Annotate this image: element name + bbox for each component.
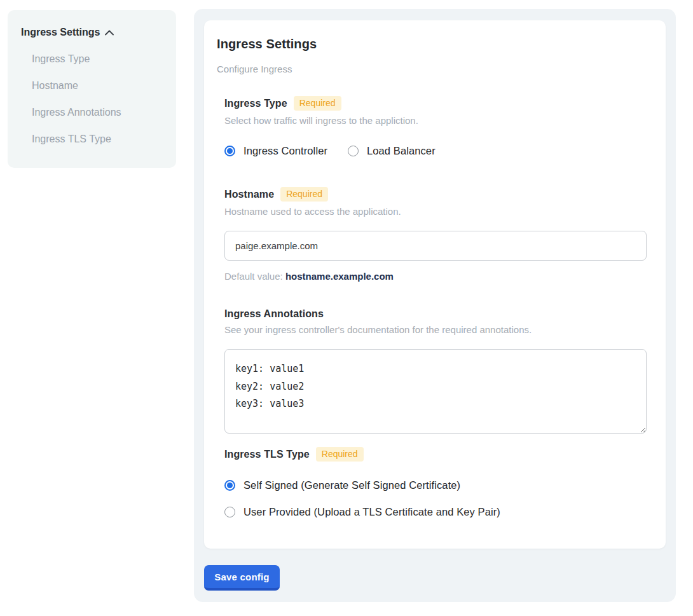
hostname-default-value-text: hostname.example.com (285, 271, 394, 282)
ingress-tls-type-group: Ingress TLS Type Required Self Signed (G… (224, 447, 646, 518)
chevron-up-icon (105, 30, 114, 36)
hostname-input[interactable] (224, 231, 647, 261)
page-title: Ingress Settings (217, 37, 646, 51)
ingress-annotations-textarea[interactable]: key1: value1 key2: value2 key3: value3 (224, 349, 647, 434)
radio-ingress-controller[interactable]: Ingress Controller (224, 145, 327, 157)
ingress-type-label: Ingress Type (224, 98, 287, 109)
ingress-type-radio-group: Ingress Controller Load Balancer (224, 145, 646, 157)
page-subtitle: Configure Ingress (217, 64, 646, 74)
sidebar-item-hostname[interactable]: Hostname (21, 80, 163, 92)
ingress-annotations-group: Ingress Annotations See your ingress con… (224, 308, 646, 434)
radio-button-icon[interactable] (348, 146, 359, 156)
radio-user-provided[interactable]: User Provided (Upload a TLS Certificate … (224, 506, 646, 518)
sidebar-item-ingress-annotations[interactable]: Ingress Annotations (21, 107, 163, 118)
ingress-type-description: Select how traffic will ingress to the a… (224, 115, 646, 126)
ingress-annotations-description: See your ingress controller's documentat… (224, 324, 646, 335)
sidebar-header-ingress-settings[interactable]: Ingress Settings (21, 27, 163, 38)
radio-label: Self Signed (Generate Self Signed Certif… (244, 479, 460, 491)
ingress-type-group: Ingress Type Required Select how traffic… (224, 96, 646, 157)
radio-button-icon[interactable] (224, 146, 235, 156)
required-badge: Required (316, 447, 364, 462)
required-badge: Required (294, 96, 341, 111)
radio-label: Load Balancer (367, 145, 436, 157)
ingress-tls-type-radio-group: Self Signed (Generate Self Signed Certif… (224, 479, 646, 518)
sidebar-item-ingress-tls-type[interactable]: Ingress TLS Type (21, 133, 163, 145)
hostname-label: Hostname (224, 189, 274, 200)
ingress-tls-type-label: Ingress TLS Type (224, 449, 310, 460)
required-badge: Required (280, 187, 328, 202)
radio-button-icon[interactable] (224, 480, 235, 491)
ingress-annotations-label: Ingress Annotations (224, 308, 324, 320)
hostname-group: Hostname Required Hostname used to acces… (224, 187, 646, 282)
radio-self-signed[interactable]: Self Signed (Generate Self Signed Certif… (224, 479, 646, 491)
radio-label: User Provided (Upload a TLS Certificate … (244, 506, 500, 518)
radio-load-balancer[interactable]: Load Balancer (348, 145, 436, 157)
hostname-default-value: Default value: hostname.example.com (224, 271, 646, 282)
sidebar-item-ingress-type[interactable]: Ingress Type (21, 53, 163, 65)
radio-button-icon[interactable] (224, 507, 235, 517)
radio-label: Ingress Controller (244, 145, 327, 157)
sidebar-header-label: Ingress Settings (21, 27, 100, 38)
ingress-settings-card: Ingress Settings Configure Ingress Ingre… (204, 20, 666, 549)
main-panel: Ingress Settings Configure Ingress Ingre… (194, 9, 676, 602)
sidebar: Ingress Settings Ingress Type Hostname I… (8, 10, 176, 168)
hostname-description: Hostname used to access the application. (224, 206, 646, 217)
save-config-button[interactable]: Save config (204, 565, 280, 591)
